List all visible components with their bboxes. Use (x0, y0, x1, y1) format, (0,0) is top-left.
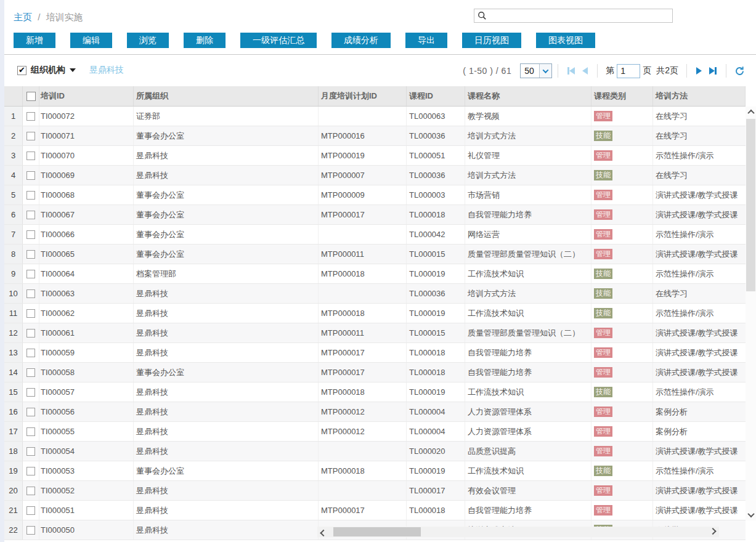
page-size-select[interactable]: 50 (520, 63, 552, 78)
scroll-up-button[interactable] (746, 107, 756, 118)
column-header-4[interactable]: 课程名称 (465, 86, 591, 106)
row-checkbox[interactable] (26, 152, 35, 160)
table-row[interactable]: 17TI000055昱鼎科技MTP000012TL000004人力资源管理体系管… (4, 422, 746, 442)
org-filter-value[interactable]: 昱鼎科技 (89, 65, 124, 76)
last-page-button[interactable] (709, 67, 717, 75)
next-page-button[interactable] (696, 67, 702, 75)
table-row[interactable]: 8TI000065董事会办公室MTP000011TL000015质量管理部质量管… (4, 245, 746, 264)
table-row[interactable]: 19TI000053董事会办公室MTP000018TL000019工作流技术知识… (4, 461, 746, 481)
horizontal-scrollbar[interactable] (317, 527, 719, 537)
toolbar-button-7[interactable]: 日历视图 (462, 33, 521, 48)
row-checkbox[interactable] (26, 408, 35, 416)
row-checkbox[interactable] (26, 211, 35, 219)
table-row[interactable]: 5TI000068董事会办公室MTP000009TL000003市场营销管理演讲… (4, 185, 746, 205)
row-checkbox[interactable] (26, 309, 35, 318)
row-checkbox[interactable] (26, 526, 35, 535)
toolbar-button-5[interactable]: 成绩分析 (331, 33, 391, 48)
cell-course-name: 培训方式方法 (465, 284, 591, 303)
select-all-checkbox[interactable] (26, 92, 36, 101)
toolbar-button-3[interactable]: 删除 (184, 33, 226, 48)
table-row[interactable]: 4TI000069昱鼎科技MTP000007TL000036培训方式方法技能在线… (4, 166, 746, 185)
org-filter-checkbox[interactable] (17, 66, 26, 75)
table-row[interactable]: 3TI000070昱鼎科技MTP000019TL000051礼仪管理管理示范性操… (4, 146, 746, 166)
vertical-scrollbar-thumb[interactable] (746, 119, 755, 291)
category-badge: 管理 (594, 426, 612, 437)
toolbar-button-6[interactable]: 导出 (405, 33, 447, 48)
cell-course-id: TL000051 (407, 146, 465, 165)
page-size-dropdown-button[interactable] (539, 64, 551, 78)
row-checkbox[interactable] (26, 171, 35, 180)
toolbar-button-1[interactable]: 编辑 (70, 33, 112, 48)
table-row[interactable]: 14TI000058董事会办公室MTP000017TL000018自我管理能力培… (4, 363, 746, 382)
table-row[interactable]: 11TI000062昱鼎科技MTP000018TL000019工作流技术知识技能… (4, 304, 746, 323)
chevron-down-icon[interactable] (70, 68, 76, 72)
vertical-scrollbar[interactable] (746, 107, 756, 520)
column-header-3[interactable]: 课程ID (407, 86, 465, 106)
row-checkbox[interactable] (26, 368, 35, 377)
cell-course-name: 自我管理能力培养 (465, 205, 591, 224)
cell-method: 演讲式授课/教学式授课 (653, 205, 746, 224)
scroll-left-button[interactable] (317, 527, 330, 537)
search-input[interactable] (487, 10, 672, 22)
table-row[interactable]: 18TI000054昱鼎科技TL000020品质意识提高管理演讲式授课/教学式授… (4, 442, 746, 461)
table-row[interactable]: 9TI000064档案管理部MTP000018TL000019工作流技术知识技能… (4, 264, 746, 284)
row-checkbox[interactable] (26, 250, 35, 259)
cell-category: 管理 (591, 343, 653, 362)
cell-training-id: TI000056 (39, 402, 134, 421)
row-checkbox-cell (23, 185, 39, 204)
table-row[interactable]: 6TI000067董事会办公室MTP000017TL000018自我管理能力培养… (4, 205, 746, 225)
row-checkbox-cell (23, 166, 39, 185)
column-header-0[interactable]: 培训ID (39, 86, 134, 106)
table-row[interactable]: 15TI000057昱鼎科技MTP000018TL000019工作流技术知识技能… (4, 382, 746, 402)
search-icon (478, 11, 487, 20)
column-header-1[interactable]: 所属组织 (134, 86, 319, 106)
row-checkbox[interactable] (26, 427, 35, 436)
cell-course-name: 自我管理能力培养 (465, 501, 591, 520)
search-box[interactable] (474, 9, 673, 23)
table-row[interactable]: 2TI000071董事会办公室MTP000016TL000036培训方式方法技能… (4, 126, 746, 146)
row-checkbox[interactable] (26, 329, 35, 338)
row-checkbox[interactable] (26, 191, 35, 200)
horizontal-scrollbar-thumb[interactable] (333, 527, 421, 536)
first-page-button[interactable] (567, 67, 575, 75)
scroll-right-button[interactable] (707, 527, 719, 537)
row-checkbox[interactable] (26, 230, 35, 239)
cell-org: 董事会办公室 (134, 126, 319, 145)
table-row[interactable]: 13TI000059昱鼎科技MTP000017TL000018自我管理能力培养管… (4, 343, 746, 363)
column-header-5[interactable]: 课程类别 (591, 86, 653, 106)
table-row[interactable]: 7TI000066董事会办公室TL000042网络运营管理示范性操作/演示 (4, 225, 746, 245)
row-checkbox[interactable] (26, 467, 35, 475)
scroll-down-button[interactable] (746, 509, 756, 520)
row-checkbox[interactable] (26, 289, 35, 298)
toolbar-button-4[interactable]: 一级评估汇总 (240, 33, 317, 48)
table-row[interactable]: 12TI000061昱鼎科技MTP000011TL000015质量管理部质量管理… (4, 323, 746, 343)
table-row[interactable]: 10TI000063昱鼎科技TL000036培训方式方法技能在线学习 (4, 284, 746, 304)
row-number: 12 (4, 323, 23, 342)
row-checkbox[interactable] (26, 388, 35, 397)
row-checkbox[interactable] (26, 270, 35, 278)
column-header-2[interactable]: 月度培训计划ID (319, 86, 407, 106)
page-number-input[interactable] (617, 64, 640, 78)
pagination: ( 1-50 ) / 61 50 第 页 共2页 (463, 63, 745, 78)
row-checkbox[interactable] (26, 506, 35, 515)
column-header-6[interactable]: 培训方法 (653, 86, 746, 106)
table-row[interactable]: 21TI000051昱鼎科技MTP000017TL000018自我管理能力培养管… (4, 501, 746, 520)
pager-divider (597, 64, 598, 78)
prev-page-button[interactable] (582, 67, 588, 75)
row-checkbox[interactable] (26, 132, 35, 140)
table-row[interactable]: 16TI000056昱鼎科技MTP000012TL000004人力资源管理体系管… (4, 402, 746, 422)
cell-plan-id: MTP000011 (319, 323, 407, 342)
row-checkbox[interactable] (26, 112, 35, 121)
row-checkbox[interactable] (26, 487, 35, 495)
row-checkbox[interactable] (26, 447, 35, 456)
breadcrumb-home-link[interactable]: 主页 (14, 12, 32, 22)
toolbar-button-8[interactable]: 图表视图 (536, 33, 595, 48)
cell-plan-id: MTP000017 (319, 343, 407, 362)
refresh-button[interactable] (734, 66, 745, 76)
category-badge: 技能 (594, 131, 612, 141)
toolbar-button-2[interactable]: 浏览 (127, 33, 169, 48)
toolbar-button-0[interactable]: 新增 (14, 33, 55, 48)
table-row[interactable]: 20TI000052昱鼎科技TL000017有效会议管理管理演讲式授课/教学式授… (4, 481, 746, 501)
table-row[interactable]: 1TI000072证券部TL000063教学视频管理在线学习 (4, 107, 746, 126)
row-checkbox[interactable] (26, 349, 35, 357)
